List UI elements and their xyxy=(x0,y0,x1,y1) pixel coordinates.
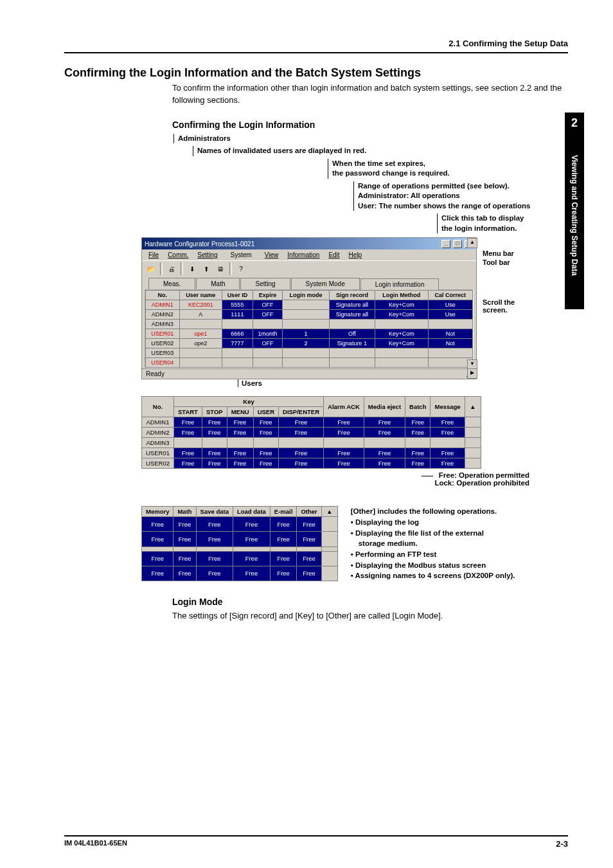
cell[interactable]: Free xyxy=(279,458,324,469)
table-row[interactable]: USER04 xyxy=(146,358,473,368)
cell[interactable]: USER02 xyxy=(142,458,174,469)
toolbar[interactable]: 📂 🖨 ⬇ ⬆ 🖥 ? xyxy=(142,260,476,276)
menu-edit[interactable]: Edit xyxy=(324,251,343,259)
cell[interactable]: 5555 xyxy=(222,300,253,310)
cell[interactable]: Free xyxy=(431,448,465,458)
table-row[interactable]: FreeFreeFreeFreeFreeFree xyxy=(142,517,338,532)
cell[interactable] xyxy=(428,358,472,368)
cell[interactable]: Free xyxy=(196,551,233,566)
cell[interactable]: Free xyxy=(173,551,196,566)
cell[interactable] xyxy=(222,358,253,368)
menu-setting[interactable]: Setting xyxy=(193,251,221,259)
cell[interactable]: Free xyxy=(253,428,278,438)
cell[interactable]: USER01 xyxy=(146,329,180,339)
cell[interactable] xyxy=(222,348,253,358)
cell[interactable]: Free xyxy=(202,417,227,428)
cell[interactable]: Free xyxy=(173,417,202,428)
table-row[interactable]: FreeFreeFreeFreeFreeFree xyxy=(142,532,338,547)
cell[interactable]: KEC2001 xyxy=(179,300,222,310)
cell[interactable]: Free xyxy=(173,566,196,581)
cell[interactable] xyxy=(329,320,375,329)
cell[interactable]: Free xyxy=(297,517,321,532)
cell[interactable]: OFF xyxy=(253,310,282,320)
cell[interactable]: Free xyxy=(279,448,324,458)
table-row[interactable]: ADMIN2FreeFreeFreeFreeFreeFreeFreeFreeFr… xyxy=(142,428,481,438)
cell[interactable]: Free xyxy=(253,458,278,469)
cell[interactable]: Free xyxy=(405,428,431,438)
login-grid[interactable]: ▲ No. User name User ID Expire Login mod… xyxy=(145,289,474,368)
cell[interactable] xyxy=(283,348,330,358)
cell[interactable]: Not xyxy=(428,339,472,348)
cell[interactable]: Free xyxy=(196,532,233,547)
cell[interactable]: 2 xyxy=(283,339,330,348)
tab-row[interactable]: Meas. Math Setting System Mode Login inf… xyxy=(142,276,476,289)
cell[interactable]: Free xyxy=(142,517,173,532)
table-row[interactable]: ADMIN1FreeFreeFreeFreeFreeFreeFreeFreeFr… xyxy=(142,417,481,428)
menu-information[interactable]: Information xyxy=(283,251,323,259)
cell[interactable] xyxy=(375,348,428,358)
cell[interactable]: Free xyxy=(173,517,196,532)
cell[interactable]: Free xyxy=(173,448,202,458)
cell[interactable]: Use xyxy=(428,300,472,310)
scroll-up-icon[interactable]: ▲ xyxy=(465,397,481,417)
scroll-up-icon[interactable]: ▲ xyxy=(321,507,337,517)
cell[interactable]: Free xyxy=(405,448,431,458)
cell[interactable]: Free xyxy=(233,517,270,532)
cell[interactable]: 1month xyxy=(253,329,282,339)
cell[interactable] xyxy=(283,300,330,310)
cell[interactable] xyxy=(283,358,330,368)
toolbar-recv-icon[interactable]: ⬇ xyxy=(186,262,199,275)
cell[interactable]: A xyxy=(179,310,222,320)
table-row[interactable]: ADMIN2A1111OFFSignature allKey+ComUse xyxy=(146,310,473,320)
cell[interactable]: Free xyxy=(279,417,324,428)
cell[interactable]: Free xyxy=(202,428,227,438)
table-row[interactable] xyxy=(142,547,338,551)
cell[interactable] xyxy=(179,320,222,329)
cell[interactable]: Free xyxy=(142,551,173,566)
table-row[interactable]: ADMIN3 xyxy=(142,438,481,448)
cell[interactable]: Free xyxy=(324,448,364,458)
cell[interactable]: Free xyxy=(173,532,196,547)
minimize-button[interactable]: _ xyxy=(441,240,450,248)
cell[interactable] xyxy=(173,547,196,551)
cell[interactable]: Free xyxy=(270,532,297,547)
cell[interactable]: USER02 xyxy=(146,339,180,348)
scroll-right-icon[interactable]: ▶ xyxy=(467,368,477,379)
cell[interactable]: Free xyxy=(270,566,297,581)
cell[interactable] xyxy=(270,547,297,551)
cell[interactable] xyxy=(405,438,431,448)
cell[interactable]: 7777 xyxy=(222,339,253,348)
cell[interactable]: Free xyxy=(202,458,227,469)
cell[interactable]: Free xyxy=(202,448,227,458)
cell[interactable]: Free xyxy=(364,428,405,438)
cell[interactable]: Free xyxy=(173,458,202,469)
cell[interactable]: Free xyxy=(297,532,321,547)
cell[interactable]: USER03 xyxy=(146,348,180,358)
menu-help[interactable]: Help xyxy=(345,251,366,259)
cell[interactable]: ADMIN1 xyxy=(142,417,174,428)
toolbar-open-icon[interactable]: 📂 xyxy=(145,262,157,275)
menu-view[interactable]: View xyxy=(261,251,283,259)
tab-math[interactable]: Math xyxy=(196,278,240,289)
cell[interactable] xyxy=(329,358,375,368)
cell[interactable]: Free xyxy=(364,448,405,458)
tab-systemmode[interactable]: System Mode xyxy=(291,278,360,289)
cell[interactable]: Free xyxy=(324,417,364,428)
cell[interactable] xyxy=(173,438,202,448)
tab-logininfo[interactable]: Login information xyxy=(360,278,440,290)
key-table[interactable]: No. Key Alarm ACK Media eject Batch Mess… xyxy=(141,396,481,469)
cell[interactable]: Free xyxy=(253,417,278,428)
login-table[interactable]: No. User name User ID Expire Login mode … xyxy=(145,290,473,368)
cell[interactable]: Free xyxy=(279,428,324,438)
menu-system[interactable]: System xyxy=(223,251,260,259)
cell[interactable]: Key+Com xyxy=(375,310,428,320)
table-row[interactable]: USER03 xyxy=(146,348,473,358)
cell[interactable] xyxy=(196,547,233,551)
cell[interactable] xyxy=(428,320,472,329)
cell[interactable]: Key+Com xyxy=(375,300,428,310)
scroll-up-icon[interactable]: ▲ xyxy=(467,238,477,248)
cell[interactable] xyxy=(324,438,364,448)
table-row[interactable]: USER02ope27777OFF2Signature 1Key+ComNot xyxy=(146,339,473,348)
cell[interactable]: Key+Com xyxy=(375,339,428,348)
toolbar-help-icon[interactable]: ? xyxy=(235,262,247,275)
